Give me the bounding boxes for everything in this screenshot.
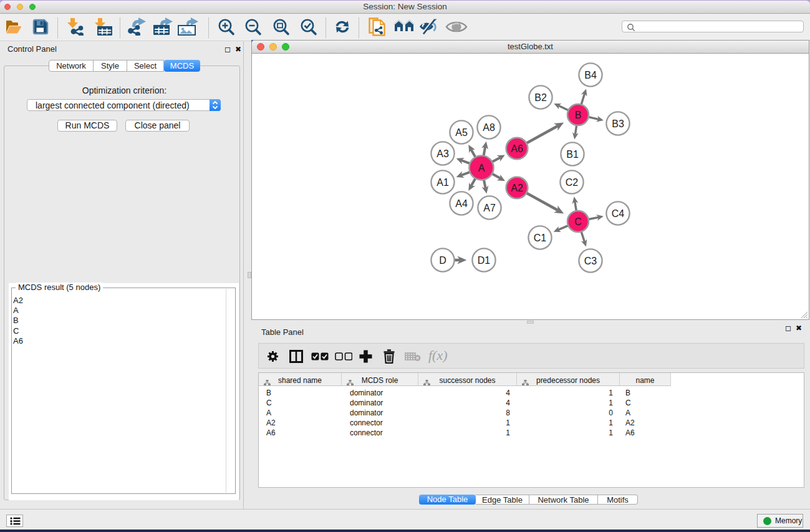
svg-text:A5: A5 [455,127,468,138]
svg-text:C: C [574,216,582,227]
svg-text:C1: C1 [534,233,547,243]
svg-text:C4: C4 [612,208,625,219]
svg-text:B1: B1 [566,149,579,160]
svg-text:B2: B2 [534,92,547,103]
svg-text:C3: C3 [584,256,597,266]
svg-text:A2: A2 [511,183,523,193]
svg-text:C2: C2 [566,177,579,188]
svg-text:A8: A8 [483,122,495,133]
svg-text:B4: B4 [584,70,597,80]
svg-text:B3: B3 [612,118,624,129]
svg-text:D: D [439,255,446,266]
svg-text:A1: A1 [436,177,449,188]
svg-text:A6: A6 [511,143,523,154]
svg-text:D1: D1 [478,255,491,266]
svg-text:B: B [575,110,582,120]
svg-text:A7: A7 [483,203,496,213]
svg-text:A4: A4 [455,198,468,209]
svg-text:A: A [478,163,485,173]
svg-text:A3: A3 [436,148,449,159]
